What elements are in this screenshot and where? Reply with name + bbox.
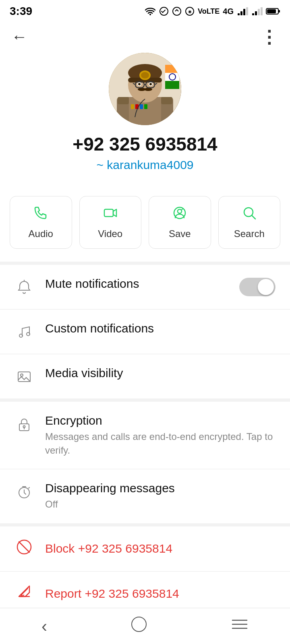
mute-notifications-item[interactable]: Mute notifications xyxy=(0,265,290,309)
report-label: Report +92 325 6935814 xyxy=(45,587,179,601)
media-visibility-item[interactable]: Media visibility xyxy=(0,354,290,398)
save-contact-button[interactable]: Save xyxy=(149,196,211,249)
bell-icon xyxy=(14,278,34,297)
signal-bars-icon xyxy=(237,7,248,16)
network-4g: 4G xyxy=(223,7,234,16)
phone-icon xyxy=(33,205,48,224)
search-label: Search xyxy=(234,228,265,239)
svg-rect-42 xyxy=(144,104,147,109)
more-options-button[interactable]: ⋮ xyxy=(260,27,279,47)
block-contact-item[interactable]: Block +92 325 6935814 xyxy=(0,526,290,571)
mute-notifications-content: Mute notifications xyxy=(45,277,228,292)
battery-icon xyxy=(266,7,280,16)
music-icon xyxy=(14,322,34,342)
mute-toggle-container[interactable] xyxy=(239,278,276,296)
disappearing-messages-subtitle: Off xyxy=(45,497,276,511)
encryption-content: Encryption Messages and calls are end-to… xyxy=(45,414,276,457)
svg-text:◉: ◉ xyxy=(188,9,191,14)
custom-notifications-title: Custom notifications xyxy=(45,322,276,335)
mute-notifications-title: Mute notifications xyxy=(45,277,228,291)
custom-notifications-content: Custom notifications xyxy=(45,322,276,337)
svg-rect-7 xyxy=(243,9,245,15)
network-badge: VoLTE xyxy=(198,7,220,16)
encryption-subtitle: Messages and calls are end-to-end encryp… xyxy=(45,430,276,457)
svg-point-2 xyxy=(173,7,181,15)
video-icon xyxy=(103,205,118,224)
back-button[interactable]: ← xyxy=(11,28,27,46)
encryption-item[interactable]: Encryption Messages and calls are end-to… xyxy=(0,402,290,469)
svg-point-0 xyxy=(149,14,151,15)
svg-line-62 xyxy=(19,542,29,552)
signal1-icon xyxy=(172,7,182,16)
svg-point-49 xyxy=(178,209,182,213)
audio-call-button[interactable]: Audio xyxy=(10,196,72,249)
custom-notifications-item[interactable]: Custom notifications xyxy=(0,310,290,354)
svg-rect-10 xyxy=(255,11,257,15)
status-time: 3:39 xyxy=(10,5,32,18)
status-bar: 3:39 ◉ VoLTE 4G xyxy=(0,0,290,21)
svg-point-31 xyxy=(149,83,152,85)
timer-icon xyxy=(14,482,34,502)
svg-rect-8 xyxy=(246,7,248,15)
top-nav: ← ⋮ xyxy=(0,21,290,53)
save-label: Save xyxy=(169,228,191,239)
section-divider-top xyxy=(0,262,290,265)
media-visibility-title: Media visibility xyxy=(45,366,276,380)
svg-rect-45 xyxy=(165,81,179,89)
disappearing-messages-title: Disappearing messages xyxy=(45,481,276,495)
svg-rect-11 xyxy=(258,9,260,15)
audio-label: Audio xyxy=(29,228,53,239)
avatar xyxy=(109,53,181,125)
svg-rect-6 xyxy=(240,11,242,15)
svg-rect-39 xyxy=(131,104,134,109)
wifi-icon xyxy=(145,7,156,16)
section-divider-middle xyxy=(0,398,290,402)
search-button[interactable]: Search xyxy=(218,196,281,249)
svg-point-29 xyxy=(138,83,141,85)
svg-rect-5 xyxy=(238,13,240,15)
profile-section: +92 325 6935814 ~ karankuma4009 xyxy=(0,53,290,196)
messenger-icon xyxy=(159,7,169,16)
lock-icon xyxy=(14,415,34,434)
action-buttons-row: Audio Video Save xyxy=(0,196,290,249)
svg-point-64 xyxy=(132,617,146,632)
video-label: Video xyxy=(98,228,122,239)
mute-toggle[interactable] xyxy=(239,278,276,296)
nav-back-button[interactable]: ‹ xyxy=(41,617,47,636)
video-call-button[interactable]: Video xyxy=(79,196,142,249)
media-visibility-content: Media visibility xyxy=(45,366,276,382)
svg-rect-14 xyxy=(278,10,280,12)
disappearing-messages-item[interactable]: Disappearing messages Off xyxy=(0,469,290,523)
encryption-title: Encryption xyxy=(45,414,276,427)
svg-rect-9 xyxy=(252,13,254,15)
svg-rect-41 xyxy=(140,104,143,109)
search-icon xyxy=(242,205,257,224)
status-icons: ◉ VoLTE 4G xyxy=(145,7,280,16)
toggle-knob xyxy=(258,279,274,295)
signal2-icon: ◉ xyxy=(185,7,195,16)
svg-rect-38 xyxy=(161,97,172,104)
svg-line-51 xyxy=(252,215,255,219)
block-label: Block +92 325 6935814 xyxy=(45,542,172,555)
image-icon xyxy=(14,367,34,386)
disappearing-messages-content: Disappearing messages Off xyxy=(45,481,276,511)
svg-rect-12 xyxy=(261,7,263,15)
save-icon xyxy=(172,205,187,224)
nav-menu-button[interactable] xyxy=(231,617,249,635)
avatar-image xyxy=(109,53,181,125)
signal-bars2-icon xyxy=(251,7,263,16)
svg-rect-15 xyxy=(267,9,276,13)
svg-rect-47 xyxy=(104,209,113,217)
svg-point-25 xyxy=(141,72,149,78)
contact-phone-number: +92 325 6935814 xyxy=(72,133,217,155)
bottom-navigation: ‹ xyxy=(0,608,290,644)
contact-username: ~ karankuma4009 xyxy=(97,158,194,172)
svg-point-56 xyxy=(21,374,23,376)
section-divider-bottom xyxy=(0,523,290,526)
nav-home-button[interactable] xyxy=(130,615,148,637)
report-icon xyxy=(14,584,34,604)
red-actions: Block +92 325 6935814 Report +92 325 693… xyxy=(0,526,290,616)
notification-settings: Mute notifications Custom notifications xyxy=(0,265,290,398)
block-icon xyxy=(14,539,34,559)
security-settings: Encryption Messages and calls are end-to… xyxy=(0,402,290,523)
